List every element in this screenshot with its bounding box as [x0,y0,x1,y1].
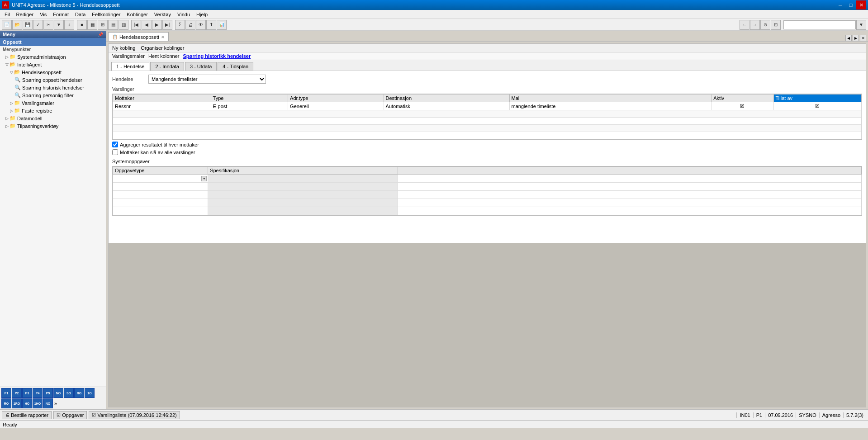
col-aktiv: Aktiv [711,95,773,102]
menu-hjelp[interactable]: Hjelp [194,11,210,18]
tb-search-input[interactable] [783,20,856,29]
query-historikk-link[interactable]: Spørring historikk hendelser [183,53,251,59]
mottaker-checkbox[interactable] [112,149,118,155]
sb-icon-5[interactable]: P5 [43,388,53,398]
varslingsliste-button[interactable]: ☑ Varslingsliste (07.09.2016 12:46:22) [89,411,180,419]
sb-icon-3[interactable]: P3 [22,388,32,398]
tb-nav-back[interactable]: ← [740,20,749,30]
sidebar-item-systemadmin[interactable]: ▷ 📁 Systemadministrasjon [0,53,106,61]
cell-destinasjon[interactable]: Automatisk [384,102,509,110]
tb-b1[interactable]: ■ [77,20,87,30]
sb-icon-7[interactable]: SO [64,388,74,398]
maximize-button[interactable]: □ [846,0,856,9]
tb-nav-fwd[interactable]: → [750,20,760,30]
table-row-empty-4 [113,132,862,139]
tb-nav-last[interactable]: ▶| [162,20,172,30]
menu-feltkoblinger[interactable]: Feltkoblinger [89,11,123,18]
tab-close-icon[interactable]: ✕ [161,35,165,39]
sidebar-item-spørring-historisk[interactable]: 🔍 Spørring historisk hendelser [0,84,106,91]
form-tab-inndata[interactable]: 2 - Inndata [150,62,184,71]
sidebar-item-faste-registre[interactable]: ▷ 📁 Faste registre [0,107,106,114]
tb-search-go[interactable]: ▼ [856,20,866,30]
tb-print[interactable]: 🖨 [185,20,195,30]
menu-rediger[interactable]: Rediger [14,11,37,18]
cell-tillat-av[interactable]: ☒ [773,102,861,110]
form-tab-tidsplan[interactable]: 4 - Tidsplan [218,62,253,71]
tb-preview[interactable]: 👁 [196,20,206,30]
sb-icon-4[interactable]: P4 [33,388,43,398]
sidebar-pin-icon[interactable]: 📌 [98,32,103,37]
cell-aktiv[interactable]: ☒ [711,102,773,110]
oppgavetype-dropdown-1[interactable]: ▼ [201,176,207,181]
app-icon: A [2,1,9,9]
sidebar-item-intelliagent[interactable]: ▽ 📂 IntelliAgent [0,61,106,68]
table-row-empty-2 [113,118,862,125]
organize-links-button[interactable]: Organiser koblinger [141,45,184,51]
sidebar-item-tilpasning[interactable]: ▷ 📁 Tilpasningsverktøy [0,122,106,130]
menu-format[interactable]: Format [50,11,71,18]
tb-stop[interactable]: ⊙ [760,20,770,30]
tb-open[interactable]: 📂 [12,20,22,30]
menu-verktoy[interactable]: Verktøy [152,11,174,18]
new-link-button[interactable]: Ny kobling [112,45,135,51]
sidebar-item-hendelsesoppsett[interactable]: ▽ 📂 Hendelsesoppsett [0,68,106,76]
oppgaver-button[interactable]: ☑ Oppgaver [53,411,87,419]
sidebar-item-varslingsmaler[interactable]: ▷ 📁 Varslingsmaler [0,99,106,107]
tb-b5[interactable]: ▥ [119,20,128,30]
menu-data[interactable]: Data [72,11,88,18]
close-button[interactable]: ✕ [856,0,866,9]
sb-icon-1[interactable]: P1 [1,388,11,398]
tb-chart[interactable]: 📊 [217,20,227,30]
tab-nav-right[interactable]: ▶ [853,35,859,41]
sb-icon-13[interactable]: 1HO [33,398,43,408]
tb-b2[interactable]: ▦ [87,20,97,30]
tb-nav-first[interactable]: |◀ [131,20,141,30]
tab-hendelsesoppsett[interactable]: 📋 Hendelsesoppsett ✕ [108,32,169,41]
menu-vindu[interactable]: Vindu [175,11,193,18]
hendelse-select[interactable]: Manglende timelister [148,75,266,84]
tb-scissors[interactable]: ✂ [43,20,53,30]
sidebar-item-datamodell[interactable]: ▷ 📁 Datamodell [0,114,106,122]
tb-nav-prev[interactable]: ◀ [142,20,152,30]
tb-b3[interactable]: ⊞ [98,20,108,30]
sb-icon-6[interactable]: NO [53,388,63,398]
sidebar-item-spørring-personlig[interactable]: 🔍 Spørring personlig filter [0,91,106,99]
tb-sum[interactable]: Σ [175,20,185,30]
menu-vis[interactable]: Vis [37,11,49,18]
cell-mottaker[interactable]: Ressnr [113,102,211,110]
aggreger-checkbox[interactable] [112,142,118,147]
hent-kolonner-link[interactable]: Hent kolonner [148,53,180,59]
tab-nav-close[interactable]: ✕ [860,35,866,41]
tb-nav-play[interactable]: ▶ [152,20,162,30]
cell-type[interactable]: E-post [211,102,288,110]
sb-icon-2[interactable]: P2 [12,388,22,398]
tb-save[interactable]: 💾 [23,20,33,30]
tb-export[interactable]: ⬆ [206,20,216,30]
minimize-button[interactable]: ─ [835,0,845,9]
tb-check[interactable]: ✓ [33,20,43,30]
sb-expand-icon[interactable]: » [54,401,57,406]
sb-icon-9[interactable]: 1O [85,388,95,398]
tab-nav-left[interactable]: ◀ [845,35,852,41]
form-tab-hendelse[interactable]: 1 - Hendelse [111,62,149,71]
cell-mal[interactable]: manglende timeliste [509,102,711,110]
sb-icon-8[interactable]: RO [74,388,84,398]
menu-fil[interactable]: Fil [2,11,13,18]
sb-icon-12[interactable]: HO [22,398,32,408]
bestille-rapporter-button[interactable]: 🖨 Bestille rapporter [2,411,52,419]
tb-filter[interactable]: ▼ [54,20,64,30]
menu-koblinger[interactable]: Koblinger [124,11,150,18]
tb-new[interactable]: 📄 [2,20,12,30]
tb-b4[interactable]: ▤ [108,20,118,30]
status-sysno: SYSNO [796,412,819,418]
form-tab-utdata[interactable]: 3 - Utdata [185,62,217,71]
sb-icon-10[interactable]: RO [1,398,11,408]
tb-sort[interactable]: ↕ [64,20,74,30]
varslingsmaler-link[interactable]: Varslingsmaler [112,53,145,59]
sidebar-item-spørring-oppsett[interactable]: 🔍 Spørring oppsett hendelser [0,76,106,84]
sys-col-oppgavetype: Oppgavetype [113,167,208,175]
cell-adr-type[interactable]: Generell [288,102,384,110]
tb-home[interactable]: ⊡ [771,20,781,30]
sb-icon-11[interactable]: 1RO [12,398,22,408]
sb-icon-14[interactable]: NO [43,398,53,408]
